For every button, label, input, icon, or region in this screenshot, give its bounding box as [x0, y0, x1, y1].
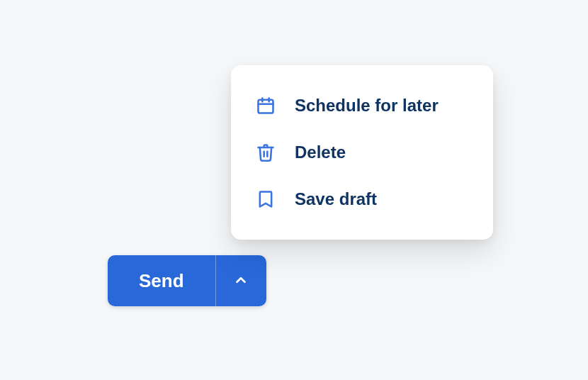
menu-item-delete[interactable]: Delete [231, 129, 493, 176]
send-options-menu: Schedule for later Delete Save draft [231, 65, 493, 240]
menu-item-label: Schedule for later [295, 96, 439, 116]
menu-item-label: Delete [295, 142, 346, 162]
send-button[interactable]: Send [108, 255, 215, 306]
menu-item-label: Save draft [295, 189, 377, 209]
menu-item-schedule[interactable]: Schedule for later [231, 82, 493, 129]
send-options-toggle[interactable] [215, 255, 266, 306]
trash-icon [255, 142, 276, 163]
bookmark-icon [255, 189, 276, 210]
chevron-up-icon [233, 272, 249, 290]
menu-item-save-draft[interactable]: Save draft [231, 176, 493, 223]
send-button-label: Send [139, 270, 184, 292]
send-split-button: Send [108, 255, 266, 306]
svg-rect-0 [259, 100, 273, 113]
calendar-icon [255, 95, 276, 116]
